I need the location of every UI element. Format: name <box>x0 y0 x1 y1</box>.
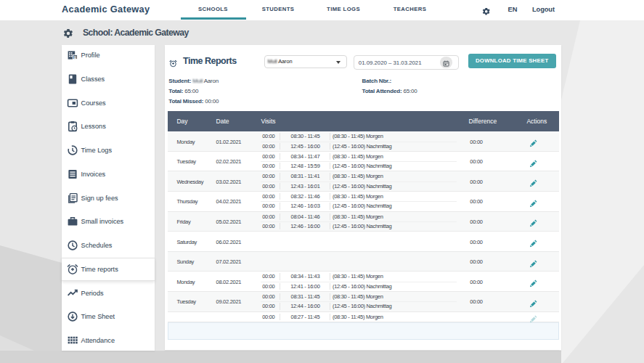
svg-text:B: B <box>73 55 76 60</box>
